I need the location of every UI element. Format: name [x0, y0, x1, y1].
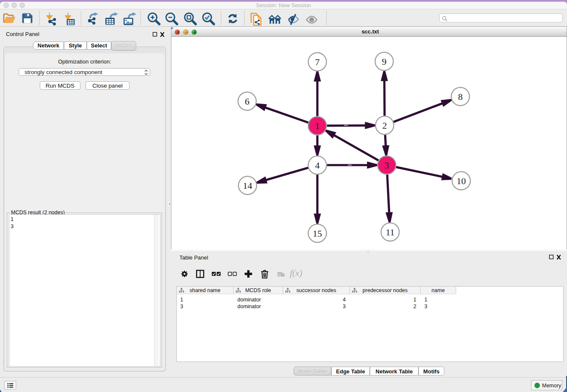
svg-text:2: 2	[383, 120, 387, 131]
svg-text:14: 14	[243, 180, 252, 191]
svg-text:11: 11	[385, 227, 394, 237]
svg-text:8: 8	[458, 91, 463, 102]
svg-text:10: 10	[457, 176, 466, 186]
svg-text:4: 4	[315, 160, 320, 171]
svg-text:9: 9	[382, 56, 387, 67]
svg-text:3: 3	[385, 160, 389, 171]
svg-text:1: 1	[315, 121, 320, 131]
svg-text:7: 7	[315, 57, 320, 67]
svg-text:6: 6	[245, 96, 250, 107]
svg-text:15: 15	[313, 228, 322, 239]
